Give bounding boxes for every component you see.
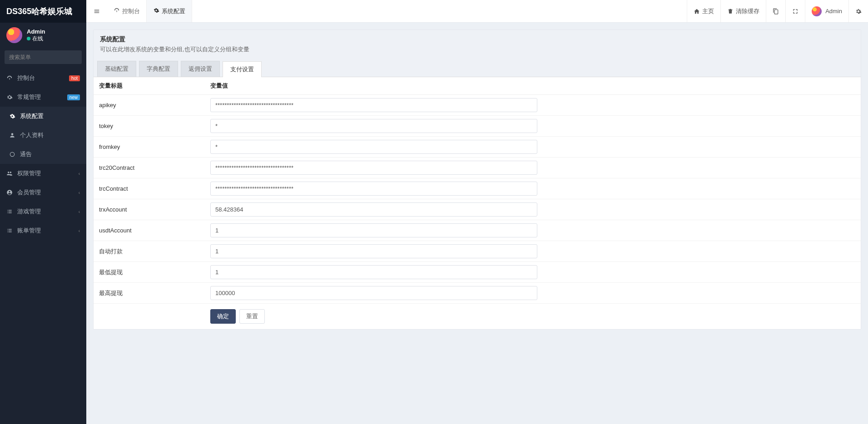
circle-o-icon — [9, 151, 15, 158]
table-row: 最低提现 — [94, 262, 861, 283]
top-tab-0[interactable]: 控制台 — [107, 0, 147, 22]
row-input-4[interactable] — [210, 182, 537, 196]
dashboard-icon — [114, 7, 120, 15]
submit-button[interactable]: 确定 — [210, 309, 236, 324]
status-dot-icon — [27, 37, 30, 40]
sidebar-item-label: 权限管理 — [17, 169, 41, 177]
list-icon — [6, 208, 13, 215]
sidebar-item-4[interactable]: 通告 — [0, 145, 86, 164]
user-status: 在线 — [27, 35, 45, 43]
row-input-7[interactable] — [210, 244, 537, 258]
row-label: tokey — [94, 116, 205, 137]
home-button[interactable]: 主页 — [687, 0, 720, 22]
sidebar-item-8[interactable]: 账单管理‹ — [0, 221, 86, 240]
users-icon — [6, 170, 13, 177]
table-row: trcContract — [94, 178, 861, 199]
sidebar-item-label: 会员管理 — [17, 188, 41, 197]
svg-point-0 — [10, 152, 14, 156]
expand-icon — [792, 8, 799, 15]
row-label: apikey — [94, 95, 205, 116]
table-row: trxAccount — [94, 199, 861, 220]
fullscreen-button[interactable] — [785, 0, 805, 22]
table-row: apikey — [94, 95, 861, 116]
sidebar: DS365哈希娱乐城 Admin 在线 控制台hot常规管理new系统配置个人资… — [0, 0, 86, 424]
copy-button[interactable] — [766, 0, 785, 22]
home-icon — [694, 8, 700, 15]
sidebar-item-label: 通告 — [20, 150, 32, 158]
row-label: 自动打款 — [94, 241, 205, 262]
menu-toggle-button[interactable] — [86, 0, 107, 22]
sidebar-item-5[interactable]: 权限管理‹ — [0, 164, 86, 183]
top-tab-label: 系统配置 — [162, 7, 185, 15]
sidebar-search[interactable] — [5, 50, 82, 64]
sidebar-item-label: 系统配置 — [20, 112, 44, 120]
sidebar-item-6[interactable]: 会员管理‹ — [0, 183, 86, 202]
avatar — [6, 27, 22, 43]
row-input-0[interactable] — [210, 98, 537, 112]
table-row: trc20Contract — [94, 158, 861, 178]
search-input[interactable] — [5, 54, 82, 60]
config-table: 变量标题 变量值 apikeytokeyfromkeytrc20Contract… — [94, 77, 861, 304]
sidebar-item-2[interactable]: 系统配置 — [0, 107, 86, 126]
home-label: 主页 — [702, 7, 714, 15]
table-row: 最高提现 — [94, 283, 861, 304]
reset-button[interactable]: 重置 — [239, 309, 265, 324]
row-label: trc20Contract — [94, 158, 205, 178]
sidebar-item-3[interactable]: 个人资料 — [0, 126, 86, 145]
sidebar-item-label: 常规管理 — [17, 93, 41, 101]
config-tab-3[interactable]: 支付设置 — [223, 61, 262, 77]
row-label: trcContract — [94, 178, 205, 199]
config-tab-2[interactable]: 返佣设置 — [181, 61, 220, 77]
chevron-left-icon: ‹ — [79, 190, 80, 195]
row-input-6[interactable] — [210, 223, 537, 237]
bars-icon — [94, 8, 100, 15]
row-label: usdtAccount — [94, 220, 205, 241]
cog-icon — [9, 113, 15, 119]
table-row: tokey — [94, 116, 861, 137]
cog-icon — [153, 7, 159, 15]
row-input-2[interactable] — [210, 140, 537, 154]
top-tab-label: 控制台 — [122, 7, 140, 15]
topbar: 控制台系统配置 主页 清除缓存 Admi — [86, 0, 868, 23]
sidebar-item-label: 控制台 — [17, 74, 35, 82]
config-tab-0[interactable]: 基础配置 — [97, 61, 136, 77]
config-tab-1[interactable]: 字典配置 — [139, 61, 178, 77]
badge-hot: hot — [69, 75, 80, 81]
nav-menu: 控制台hot常规管理new系统配置个人资料通告权限管理‹会员管理‹游戏管理‹账单… — [0, 69, 86, 240]
top-user[interactable]: Admin — [805, 0, 848, 22]
table-row: fromkey — [94, 137, 861, 158]
settings-button[interactable] — [848, 0, 868, 22]
user-circle-icon — [6, 189, 13, 196]
row-label: 最低提现 — [94, 262, 205, 283]
row-input-9[interactable] — [210, 286, 537, 300]
chevron-left-icon: ‹ — [79, 209, 80, 214]
sidebar-item-7[interactable]: 游戏管理‹ — [0, 202, 86, 221]
list-icon — [6, 227, 13, 234]
clear-cache-button[interactable]: 清除缓存 — [720, 0, 766, 22]
row-input-8[interactable] — [210, 265, 537, 279]
top-tab-1[interactable]: 系统配置 — [147, 0, 192, 22]
cogs-icon — [6, 94, 13, 100]
copy-icon — [773, 8, 779, 15]
user-name: Admin — [27, 28, 45, 35]
sidebar-item-label: 游戏管理 — [17, 207, 41, 216]
row-label: fromkey — [94, 137, 205, 158]
row-input-3[interactable] — [210, 161, 537, 175]
clear-cache-label: 清除缓存 — [736, 7, 759, 15]
table-row: usdtAccount — [94, 220, 861, 241]
panel-title: 系统配置 — [100, 35, 854, 44]
config-tabs: 基础配置字典配置返佣设置支付设置 — [94, 56, 861, 77]
badge-new: new — [67, 94, 80, 100]
brand-title: DS365哈希娱乐城 — [0, 0, 86, 23]
row-input-5[interactable] — [210, 202, 537, 217]
user-panel: Admin 在线 — [0, 23, 86, 48]
chevron-left-icon: ‹ — [79, 171, 80, 176]
table-row: 自动打款 — [94, 241, 861, 262]
row-input-1[interactable] — [210, 119, 537, 133]
sidebar-item-1[interactable]: 常规管理new — [0, 88, 86, 107]
top-user-name: Admin — [825, 8, 842, 15]
status-text: 在线 — [32, 35, 43, 43]
sidebar-item-0[interactable]: 控制台hot — [0, 69, 86, 88]
chevron-left-icon: ‹ — [79, 228, 80, 233]
sidebar-item-label: 个人资料 — [20, 131, 44, 139]
